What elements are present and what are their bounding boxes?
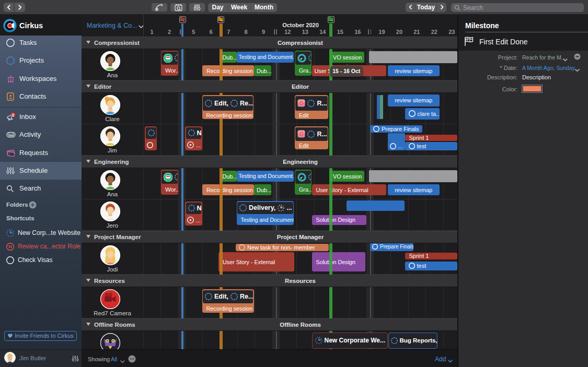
svg-text:2: 2 (12, 113, 14, 117)
